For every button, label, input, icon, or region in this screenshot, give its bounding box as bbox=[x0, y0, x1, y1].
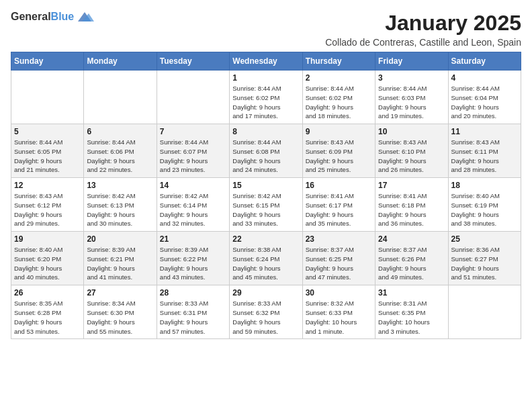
calendar-day-cell: 4Sunrise: 8:44 AM Sunset: 6:04 PM Daylig… bbox=[448, 71, 521, 124]
calendar-day-cell: 14Sunrise: 8:42 AM Sunset: 6:14 PM Dayli… bbox=[157, 178, 229, 232]
logo: GeneralBlue bbox=[11, 11, 94, 23]
weekday-header: Saturday bbox=[448, 52, 521, 71]
calendar-day-cell: 20Sunrise: 8:39 AM Sunset: 6:21 PM Dayli… bbox=[84, 232, 157, 285]
calendar-table: SundayMondayTuesdayWednesdayThursdayFrid… bbox=[11, 52, 521, 339]
day-number: 1 bbox=[232, 73, 299, 83]
weekday-header: Monday bbox=[84, 52, 157, 71]
day-number: 7 bbox=[160, 127, 226, 136]
calendar-day-cell: 15Sunrise: 8:42 AM Sunset: 6:15 PM Dayli… bbox=[230, 178, 302, 232]
day-detail: Sunrise: 8:42 AM Sunset: 6:14 PM Dayligh… bbox=[160, 191, 226, 228]
day-detail: Sunrise: 8:41 AM Sunset: 6:17 PM Dayligh… bbox=[306, 191, 372, 228]
day-number: 19 bbox=[14, 234, 81, 244]
day-number: 26 bbox=[14, 288, 81, 298]
day-number: 12 bbox=[14, 181, 81, 190]
day-number: 28 bbox=[160, 288, 226, 298]
day-detail: Sunrise: 8:37 AM Sunset: 6:26 PM Dayligh… bbox=[378, 245, 445, 282]
day-detail: Sunrise: 8:32 AM Sunset: 6:33 PM Dayligh… bbox=[306, 299, 372, 336]
calendar-header-row: SundayMondayTuesdayWednesdayThursdayFrid… bbox=[11, 52, 521, 71]
day-number: 18 bbox=[451, 181, 518, 190]
calendar-day-cell: 9Sunrise: 8:43 AM Sunset: 6:09 PM Daylig… bbox=[302, 124, 375, 178]
logo-general: General bbox=[11, 11, 51, 22]
day-detail: Sunrise: 8:39 AM Sunset: 6:22 PM Dayligh… bbox=[160, 245, 226, 282]
calendar-day-cell: 26Sunrise: 8:35 AM Sunset: 6:28 PM Dayli… bbox=[11, 285, 84, 339]
day-detail: Sunrise: 8:44 AM Sunset: 6:06 PM Dayligh… bbox=[87, 138, 153, 175]
calendar-day-cell: 27Sunrise: 8:34 AM Sunset: 6:30 PM Dayli… bbox=[84, 285, 157, 339]
day-detail: Sunrise: 8:44 AM Sunset: 6:03 PM Dayligh… bbox=[378, 84, 445, 121]
day-detail: Sunrise: 8:43 AM Sunset: 6:11 PM Dayligh… bbox=[451, 138, 518, 175]
calendar-day-cell: 1Sunrise: 8:44 AM Sunset: 6:02 PM Daylig… bbox=[230, 71, 302, 124]
day-number: 21 bbox=[160, 234, 226, 244]
calendar-week-row: 26Sunrise: 8:35 AM Sunset: 6:28 PM Dayli… bbox=[11, 285, 521, 339]
day-detail: Sunrise: 8:41 AM Sunset: 6:18 PM Dayligh… bbox=[378, 191, 445, 228]
day-number: 3 bbox=[378, 73, 445, 83]
calendar-day-cell: 11Sunrise: 8:43 AM Sunset: 6:11 PM Dayli… bbox=[448, 124, 521, 178]
day-detail: Sunrise: 8:42 AM Sunset: 6:15 PM Dayligh… bbox=[232, 191, 299, 228]
day-number: 30 bbox=[306, 288, 372, 298]
calendar-day-cell: 10Sunrise: 8:43 AM Sunset: 6:10 PM Dayli… bbox=[375, 124, 448, 178]
day-number: 4 bbox=[451, 73, 518, 83]
calendar-week-row: 19Sunrise: 8:40 AM Sunset: 6:20 PM Dayli… bbox=[11, 232, 521, 285]
day-detail: Sunrise: 8:42 AM Sunset: 6:13 PM Dayligh… bbox=[87, 191, 153, 228]
weekday-header: Friday bbox=[375, 52, 448, 71]
weekday-header: Wednesday bbox=[230, 52, 302, 71]
day-detail: Sunrise: 8:43 AM Sunset: 6:12 PM Dayligh… bbox=[14, 191, 81, 228]
day-detail: Sunrise: 8:44 AM Sunset: 6:04 PM Dayligh… bbox=[451, 84, 518, 121]
day-detail: Sunrise: 8:40 AM Sunset: 6:20 PM Dayligh… bbox=[14, 245, 81, 282]
calendar-week-row: 1Sunrise: 8:44 AM Sunset: 6:02 PM Daylig… bbox=[11, 71, 521, 124]
calendar-day-cell: 18Sunrise: 8:40 AM Sunset: 6:19 PM Dayli… bbox=[448, 178, 521, 232]
day-number: 16 bbox=[306, 181, 372, 190]
calendar-day-cell: 7Sunrise: 8:44 AM Sunset: 6:07 PM Daylig… bbox=[157, 124, 229, 178]
day-number: 15 bbox=[232, 181, 299, 190]
calendar-day-cell bbox=[11, 71, 84, 124]
day-detail: Sunrise: 8:44 AM Sunset: 6:02 PM Dayligh… bbox=[232, 84, 299, 121]
day-number: 6 bbox=[87, 127, 153, 136]
calendar-day-cell: 24Sunrise: 8:37 AM Sunset: 6:26 PM Dayli… bbox=[375, 232, 448, 285]
day-detail: Sunrise: 8:44 AM Sunset: 6:07 PM Dayligh… bbox=[160, 138, 226, 175]
day-detail: Sunrise: 8:40 AM Sunset: 6:19 PM Dayligh… bbox=[451, 191, 518, 228]
day-detail: Sunrise: 8:33 AM Sunset: 6:32 PM Dayligh… bbox=[232, 299, 299, 336]
day-number: 23 bbox=[306, 234, 372, 244]
month-title: January 2025 bbox=[325, 11, 521, 36]
logo-blue: Blue bbox=[51, 11, 75, 22]
day-detail: Sunrise: 8:33 AM Sunset: 6:31 PM Dayligh… bbox=[160, 299, 226, 336]
day-number: 13 bbox=[87, 181, 153, 190]
calendar-day-cell: 3Sunrise: 8:44 AM Sunset: 6:03 PM Daylig… bbox=[375, 71, 448, 124]
calendar-day-cell: 28Sunrise: 8:33 AM Sunset: 6:31 PM Dayli… bbox=[157, 285, 229, 339]
logo-icon bbox=[75, 11, 94, 23]
page-header: GeneralBlue January 2025 Collado de Cont… bbox=[11, 11, 521, 48]
day-detail: Sunrise: 8:39 AM Sunset: 6:21 PM Dayligh… bbox=[87, 245, 153, 282]
day-number: 17 bbox=[378, 181, 445, 190]
day-detail: Sunrise: 8:31 AM Sunset: 6:35 PM Dayligh… bbox=[378, 299, 445, 336]
calendar-day-cell: 5Sunrise: 8:44 AM Sunset: 6:05 PM Daylig… bbox=[11, 124, 84, 178]
calendar-day-cell: 12Sunrise: 8:43 AM Sunset: 6:12 PM Dayli… bbox=[11, 178, 84, 232]
day-number: 24 bbox=[378, 234, 445, 244]
calendar-day-cell: 31Sunrise: 8:31 AM Sunset: 6:35 PM Dayli… bbox=[375, 285, 448, 339]
day-detail: Sunrise: 8:43 AM Sunset: 6:10 PM Dayligh… bbox=[378, 138, 445, 175]
day-number: 22 bbox=[232, 234, 299, 244]
day-number: 25 bbox=[451, 234, 518, 244]
calendar-week-row: 5Sunrise: 8:44 AM Sunset: 6:05 PM Daylig… bbox=[11, 124, 521, 178]
calendar-day-cell: 29Sunrise: 8:33 AM Sunset: 6:32 PM Dayli… bbox=[230, 285, 302, 339]
calendar-day-cell: 19Sunrise: 8:40 AM Sunset: 6:20 PM Dayli… bbox=[11, 232, 84, 285]
day-detail: Sunrise: 8:35 AM Sunset: 6:28 PM Dayligh… bbox=[14, 299, 81, 336]
day-number: 2 bbox=[306, 73, 372, 83]
calendar-day-cell: 8Sunrise: 8:44 AM Sunset: 6:08 PM Daylig… bbox=[230, 124, 302, 178]
title-block: January 2025 Collado de Contreras, Casti… bbox=[325, 11, 521, 48]
day-number: 5 bbox=[14, 127, 81, 136]
calendar-day-cell bbox=[448, 285, 521, 339]
day-detail: Sunrise: 8:34 AM Sunset: 6:30 PM Dayligh… bbox=[87, 299, 153, 336]
day-number: 29 bbox=[232, 288, 299, 298]
day-number: 10 bbox=[378, 127, 445, 136]
day-detail: Sunrise: 8:44 AM Sunset: 6:08 PM Dayligh… bbox=[232, 138, 299, 175]
weekday-header: Sunday bbox=[11, 52, 84, 71]
day-number: 8 bbox=[232, 127, 299, 136]
calendar-day-cell: 6Sunrise: 8:44 AM Sunset: 6:06 PM Daylig… bbox=[84, 124, 157, 178]
subtitle: Collado de Contreras, Castille and Leon,… bbox=[325, 37, 521, 48]
calendar-day-cell: 13Sunrise: 8:42 AM Sunset: 6:13 PM Dayli… bbox=[84, 178, 157, 232]
calendar-day-cell: 21Sunrise: 8:39 AM Sunset: 6:22 PM Dayli… bbox=[157, 232, 229, 285]
day-detail: Sunrise: 8:36 AM Sunset: 6:27 PM Dayligh… bbox=[451, 245, 518, 282]
day-detail: Sunrise: 8:44 AM Sunset: 6:05 PM Dayligh… bbox=[14, 138, 81, 175]
day-detail: Sunrise: 8:44 AM Sunset: 6:02 PM Dayligh… bbox=[306, 84, 372, 121]
day-number: 11 bbox=[451, 127, 518, 136]
calendar-day-cell: 2Sunrise: 8:44 AM Sunset: 6:02 PM Daylig… bbox=[302, 71, 375, 124]
